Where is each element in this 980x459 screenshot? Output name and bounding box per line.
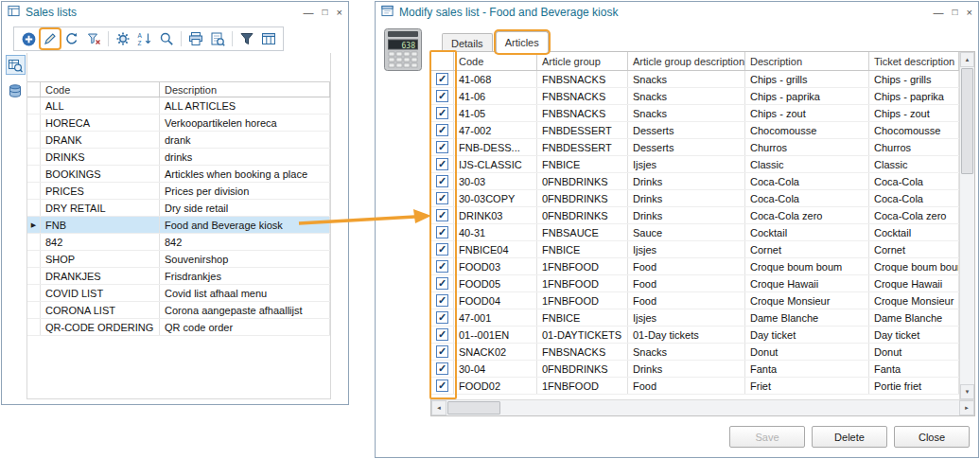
column-header-description[interactable]: Description — [745, 52, 869, 70]
column-header-article-group[interactable]: Article group — [537, 52, 628, 70]
sales-list-row[interactable]: BOOKINGSArtickles when booking a place — [27, 166, 330, 183]
article-row[interactable]: ✓30-040FNBDRINKSDrinksFantaFanta — [431, 361, 959, 378]
close-button[interactable]: × — [967, 8, 972, 18]
database-button[interactable] — [6, 80, 26, 100]
vertical-scrollbar[interactable]: ▲ ▼ — [959, 52, 974, 399]
article-row[interactable]: ✓40-31FNBSAUCESauceCocktailCocktail — [431, 224, 959, 241]
close-button[interactable]: × — [337, 8, 342, 18]
article-row[interactable]: ✓IJS-CLASSICFNBICEIjsjesClassicClassic — [431, 156, 959, 173]
column-header-code[interactable]: Code — [454, 52, 537, 70]
row-checkbox[interactable]: ✓ — [431, 207, 454, 223]
sort-button[interactable]: AZ — [135, 29, 154, 48]
settings-button[interactable] — [114, 29, 132, 48]
row-checkbox[interactable]: ✓ — [431, 156, 454, 172]
close-button-footer[interactable]: Close — [894, 426, 970, 448]
row-checkbox[interactable]: ✓ — [431, 224, 454, 240]
sales-list-row[interactable]: QR-CODE ORDERINGQR code order — [27, 319, 330, 336]
sales-list-row[interactable]: PRICESPrices per division — [27, 183, 330, 200]
article-row[interactable]: ✓47-002FNBDESSERTDessertsChocomousseChoc… — [431, 122, 959, 139]
article-row[interactable]: ✓FOOD051FNBFOODFoodCroque HawaiiCroque H… — [431, 275, 959, 292]
article-row[interactable]: ✓41-05FNBSNACKSSnacksChips - zoutChips -… — [431, 105, 959, 122]
search-grid-button[interactable] — [6, 55, 26, 75]
sales-list-row[interactable]: DRY RETAILDry side retail — [27, 200, 330, 217]
row-checkbox[interactable]: ✓ — [431, 190, 454, 206]
edit-button[interactable] — [41, 29, 60, 48]
sales-list-row[interactable]: CORONA LISTCorona aangepaste afhaallijst — [27, 302, 330, 319]
column-header-article-group-description[interactable]: Article group description — [628, 52, 745, 70]
sales-list-row[interactable]: ▶FNBFood and Beverage kiosk — [27, 217, 330, 234]
row-checkbox[interactable]: ✓ — [431, 105, 454, 121]
column-header-description[interactable]: Description — [160, 82, 330, 97]
cell-article-group: 1FNBFOOD — [537, 292, 628, 309]
row-checkbox[interactable]: ✓ — [431, 71, 454, 87]
cell-code: 30-04 — [454, 361, 537, 377]
row-checkbox[interactable]: ✓ — [431, 275, 454, 291]
row-checkbox[interactable]: ✓ — [431, 309, 454, 326]
vertical-scroll-thumb[interactable] — [961, 68, 973, 174]
sales-list-row[interactable]: ALLALL ARTICLES — [27, 97, 330, 115]
row-checkbox[interactable]: ✓ — [431, 258, 454, 274]
sales-list-row[interactable]: HORECAVerkoopartikelen horeca — [27, 115, 330, 132]
article-row[interactable]: ✓DRINK030FNBDRINKSDrinksCoca-Cola zeroCo… — [431, 207, 959, 224]
article-row[interactable]: ✓FOOD021FNBFOODFoodFrietPortie friet — [431, 378, 959, 395]
row-checkbox[interactable]: ✓ — [431, 344, 454, 360]
horizontal-scroll-thumb[interactable] — [447, 401, 500, 415]
row-checkbox[interactable]: ✓ — [431, 378, 454, 394]
tab-details[interactable]: Details — [442, 33, 493, 53]
sales-list-row[interactable]: 842842 — [27, 234, 330, 251]
clear-filter-button[interactable] — [84, 29, 103, 48]
scroll-left-arrow[interactable]: ◄ — [431, 400, 446, 415]
row-checkbox[interactable]: ✓ — [431, 292, 454, 309]
minimize-button[interactable]: — — [304, 8, 314, 18]
cash-register-image: 638 — [383, 27, 423, 76]
article-row[interactable]: ✓SNACK02FNBSNACKSSnacksDonutDonut — [431, 344, 959, 361]
row-checkbox[interactable]: ✓ — [431, 361, 454, 377]
search-button[interactable] — [157, 29, 176, 48]
article-row[interactable]: ✓41-06FNBSNACKSSnacksChips - paprikaChip… — [431, 88, 959, 105]
scroll-up-arrow[interactable]: ▲ — [960, 52, 974, 67]
article-row[interactable]: ✓FOOD041FNBFOODFoodCroque MonsieurCroque… — [431, 292, 959, 309]
article-row[interactable]: ✓30-030FNBDRINKSDrinksCoca-ColaCoca-Cola — [431, 173, 959, 190]
gear-icon — [115, 31, 131, 46]
row-checkbox[interactable]: ✓ — [431, 122, 454, 138]
sales-list-row[interactable]: COVID LISTCovid list afhaal menu — [27, 285, 330, 302]
column-header-code[interactable]: Code — [41, 82, 160, 97]
article-row[interactable]: ✓41-068FNBSNACKSSnacksChips - grillsChip… — [431, 71, 959, 88]
sales-list-row[interactable]: SHOPSouvenirshop — [27, 251, 330, 268]
sales-list-row[interactable]: DRANKJESFrisdrankjes — [27, 268, 330, 285]
column-header-checkbox[interactable] — [431, 52, 454, 70]
row-checkbox[interactable]: ✓ — [431, 173, 454, 189]
article-row[interactable]: ✓01--001EN01-DAYTICKETS01-Day ticketsDay… — [431, 327, 959, 344]
minimize-button[interactable]: — — [934, 8, 944, 18]
column-header-ticket-description[interactable]: Ticket description — [869, 52, 959, 70]
checkbox-icon: ✓ — [436, 243, 448, 256]
delete-button[interactable]: Delete — [812, 426, 887, 448]
cell-description: Croque Monsieur — [745, 292, 869, 309]
row-checkbox[interactable]: ✓ — [431, 241, 454, 257]
print-button[interactable] — [186, 29, 205, 48]
maximize-button[interactable]: □ — [323, 8, 328, 17]
article-row[interactable]: ✓FOOD031FNBFOODFoodCroque boum boumCroqu… — [431, 258, 959, 275]
maximize-button[interactable]: □ — [953, 8, 958, 17]
article-row[interactable]: ✓30-03COPY0FNBDRINKSDrinksCoca-ColaCoca-… — [431, 190, 959, 207]
article-row[interactable]: ✓FNB-DESS...FNBDESSERTDessertsChurrosChu… — [431, 139, 959, 156]
horizontal-scrollbar[interactable]: ◄ ► — [431, 399, 974, 415]
filter-button[interactable] — [237, 29, 256, 48]
tab-articles[interactable]: Articles — [496, 31, 549, 53]
row-checkbox[interactable]: ✓ — [431, 139, 454, 155]
checkbox-icon: ✓ — [436, 362, 448, 375]
print-preview-button[interactable] — [208, 29, 227, 48]
sales-list-row[interactable]: DRANKdrank — [27, 132, 330, 149]
add-button[interactable] — [19, 29, 38, 48]
article-row[interactable]: ✓FNBICE04FNBICEIjsjesCornetCornet — [431, 241, 959, 258]
scroll-right-arrow[interactable]: ► — [959, 400, 974, 415]
row-checkbox[interactable]: ✓ — [431, 327, 454, 343]
column-chooser-button[interactable] — [259, 29, 278, 48]
row-checkbox[interactable]: ✓ — [431, 88, 454, 104]
save-button[interactable]: Save — [729, 426, 805, 448]
sales-list-row[interactable]: DRINKSdrinks — [27, 149, 330, 166]
scroll-down-arrow[interactable]: ▼ — [960, 384, 974, 399]
window-controls: — □ × — [304, 8, 342, 18]
article-row[interactable]: ✓47-001FNBICEIjsjesDame BlancheDame Blan… — [431, 309, 959, 327]
refresh-button[interactable] — [62, 29, 81, 48]
